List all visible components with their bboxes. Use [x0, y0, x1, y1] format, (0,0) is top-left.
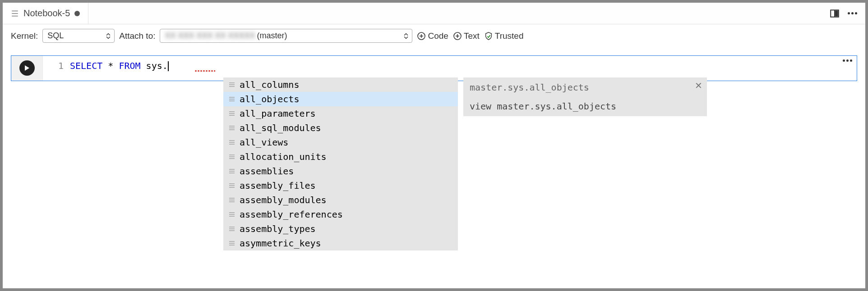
autocomplete-popup: all_columnsall_objectsall_parametersall_…	[223, 77, 707, 250]
autocomplete-item-label: allocation_units	[240, 151, 327, 162]
autocomplete-item-label: assembly_references	[240, 209, 343, 220]
list-item-icon	[229, 226, 235, 232]
autocomplete-item-label: assemblies	[240, 166, 294, 177]
toolbar: Kernel: SQL Attach to: XX XXX XXX XX XXX…	[3, 24, 865, 47]
kernel-select[interactable]: SQL	[42, 29, 115, 43]
autocomplete-item[interactable]: all_parameters	[223, 106, 458, 121]
autocomplete-item-label: all_objects	[240, 94, 299, 105]
split-editor-icon[interactable]	[830, 9, 840, 18]
kernel-label: Kernel:	[11, 31, 38, 41]
text-cursor	[168, 61, 169, 71]
code-cell[interactable]: 1 SELECT * FROM sys. all_columnsall_obje…	[11, 55, 857, 81]
kernel-value: SQL	[47, 31, 64, 41]
autocomplete-item-label: assembly_files	[240, 180, 316, 191]
line-number: 1	[43, 60, 70, 71]
list-item-icon	[229, 197, 235, 203]
list-item-icon	[229, 154, 235, 160]
autocomplete-item-label: all_parameters	[240, 108, 316, 119]
tab-actions	[822, 9, 865, 18]
cell-body[interactable]: 1 SELECT * FROM sys. all_columnsall_obje…	[43, 56, 857, 81]
autocomplete-item-label: all_views	[240, 137, 288, 148]
run-cell-button[interactable]	[19, 60, 35, 76]
autocomplete-item[interactable]: assembly_modules	[223, 193, 458, 207]
tab-title: Notebook-5	[23, 8, 70, 18]
cell-gutter	[11, 56, 43, 81]
dirty-indicator-icon	[74, 11, 80, 16]
list-item-icon	[229, 96, 235, 102]
app-window: Notebook-5 Kernel: SQL Attach to:	[3, 3, 865, 288]
autocomplete-list[interactable]: all_columnsall_objectsall_parametersall_…	[223, 77, 458, 250]
list-item-icon	[229, 139, 235, 146]
autocomplete-item-label: all_sql_modules	[240, 123, 321, 133]
tab-bar: Notebook-5	[3, 3, 865, 24]
code-label: Code	[428, 31, 448, 41]
autocomplete-item[interactable]: asymmetric_keys	[223, 236, 458, 250]
attach-select[interactable]: XX XXX XXX XX XXXXX (master)	[160, 29, 412, 43]
autocomplete-item[interactable]: allocation_units	[223, 150, 458, 164]
svg-rect-5	[835, 10, 838, 16]
text-label: Text	[464, 31, 480, 41]
autocomplete-item-label: assembly_modules	[240, 195, 327, 205]
chevron-updown-icon	[404, 33, 408, 39]
list-item-icon	[229, 182, 235, 189]
attach-host-redacted: XX XXX XXX XX XXXXX	[165, 31, 255, 41]
add-text-button[interactable]: Text	[453, 31, 480, 41]
close-icon[interactable]: ✕	[695, 80, 702, 91]
more-actions-icon[interactable]	[848, 12, 857, 14]
cell-more-icon[interactable]	[843, 59, 852, 62]
add-code-button[interactable]: Code	[417, 31, 448, 41]
autocomplete-item[interactable]: all_sql_modules	[223, 121, 458, 135]
error-squiggle-icon	[194, 70, 215, 72]
editor-area: 1 SELECT * FROM sys. all_columnsall_obje…	[3, 47, 865, 288]
notebook-icon	[11, 9, 19, 18]
autocomplete-item[interactable]: assembly_files	[223, 178, 458, 193]
list-item-icon	[229, 168, 235, 174]
autocomplete-item[interactable]: assembly_references	[223, 207, 458, 222]
code-line: 1 SELECT * FROM sys.	[43, 60, 857, 72]
list-item-icon	[229, 211, 235, 218]
chevron-updown-icon	[106, 33, 111, 39]
doc-body: view master.sys.all_objects	[470, 101, 701, 112]
list-item-icon	[229, 125, 235, 131]
attach-label: Attach to:	[119, 31, 155, 41]
list-item-icon	[229, 110, 235, 117]
trusted-label: Trusted	[495, 31, 524, 41]
autocomplete-doc: ✕ master.sys.all_objects view master.sys…	[463, 77, 707, 116]
doc-title: master.sys.all_objects	[470, 82, 701, 93]
list-item-icon	[229, 240, 235, 246]
autocomplete-item-label: asymmetric_keys	[240, 238, 321, 249]
autocomplete-item[interactable]: assemblies	[223, 164, 458, 178]
autocomplete-item[interactable]: all_objects	[223, 92, 458, 106]
autocomplete-item[interactable]: all_columns	[223, 77, 458, 92]
autocomplete-item[interactable]: assembly_types	[223, 222, 458, 236]
autocomplete-item-label: all_columns	[240, 79, 299, 90]
autocomplete-item-label: assembly_types	[240, 223, 316, 234]
autocomplete-item[interactable]: all_views	[223, 135, 458, 150]
attach-suffix: (master)	[257, 31, 287, 41]
notebook-tab[interactable]: Notebook-5	[3, 3, 88, 24]
list-item-icon	[229, 82, 235, 88]
code-text[interactable]: SELECT * FROM sys.	[70, 60, 169, 72]
trusted-button[interactable]: Trusted	[484, 31, 524, 41]
